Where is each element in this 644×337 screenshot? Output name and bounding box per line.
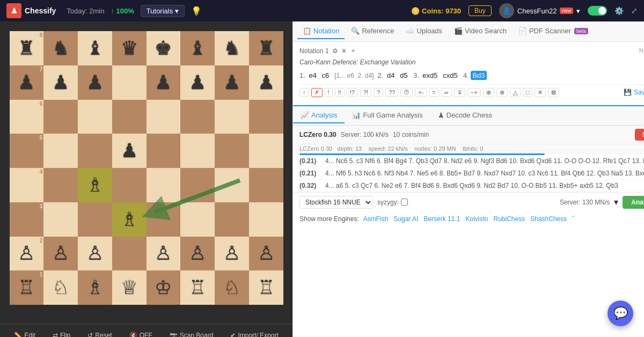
anno-x2[interactable]: ⊗ (496, 88, 508, 97)
cell-b6[interactable] (43, 100, 78, 134)
piece-h7[interactable]: ♟ (258, 73, 275, 92)
anno-cross[interactable]: ✕ (535, 88, 546, 97)
cell-h4[interactable] (249, 168, 283, 202)
anno-up[interactable]: ↑ (299, 88, 309, 97)
cell-h6[interactable] (249, 100, 283, 134)
piece-c7[interactable]: ♟ (86, 73, 104, 92)
cell-b1[interactable]: b♘ (43, 270, 78, 305)
anno-tri[interactable]: △ (510, 88, 521, 97)
cell-c5[interactable] (78, 134, 112, 168)
cell-e1[interactable]: e♔ (147, 270, 181, 305)
piece-e8[interactable]: ♚ (155, 39, 172, 58)
import-export-button[interactable]: ✔ Import/ Export (226, 329, 282, 337)
cell-h8[interactable]: ♜ (249, 31, 283, 65)
piece-f7[interactable]: ♟ (189, 73, 206, 92)
anno-excl[interactable]: ! (325, 88, 333, 97)
anno-sq[interactable]: □ (523, 88, 533, 97)
cell-d5[interactable]: ♟ (112, 134, 147, 168)
cell-h2[interactable]: ♙ (249, 237, 283, 271)
cell-a6[interactable]: 6 (10, 100, 44, 134)
tab-reference[interactable]: 🔍 Reference (346, 24, 399, 39)
cell-f3[interactable] (180, 202, 215, 237)
move4-white[interactable]: Bd3 (471, 71, 486, 80)
settings-icon[interactable]: ⚙ (332, 47, 338, 55)
eval-line-2[interactable]: (0.32)4... a6 5. c3 Qc7 6. Ne2 e6 7. Bf4… (293, 180, 644, 192)
anno-dbl-excl[interactable]: !! (335, 88, 345, 97)
anno-plus-minus[interactable]: +- (415, 88, 427, 97)
move1-black[interactable]: c6 (320, 71, 331, 80)
anno-time[interactable]: ⏱ (400, 88, 413, 97)
anno-x[interactable]: ✗ (311, 88, 323, 97)
sugar-ai-link[interactable]: Sugar AI (393, 215, 418, 223)
piece-g2[interactable]: ♙ (223, 244, 240, 263)
asmfish-link[interactable]: AsmFish (363, 215, 389, 223)
anno-q-excl[interactable]: ?! (360, 88, 371, 97)
add-tab-icon[interactable]: ＋ (350, 46, 356, 55)
atab-analysis[interactable]: 📈 Analysis (293, 108, 345, 123)
cell-g8[interactable]: ♞ (215, 31, 249, 65)
cell-d2[interactable] (112, 237, 147, 271)
piece-c8[interactable]: ♝ (86, 39, 104, 58)
piece-g7[interactable]: ♟ (223, 73, 240, 92)
piece-b7[interactable]: ♟ (52, 73, 69, 92)
cell-f5[interactable] (180, 134, 215, 168)
anno-x3[interactable]: ⊠ (548, 88, 559, 97)
cell-d1[interactable]: d♕ (112, 270, 147, 305)
eval-line-0[interactable]: (0.21)4... Nc6 5. c3 Nf6 6. Bf4 Bg4 7. Q… (293, 155, 644, 167)
piece-b1[interactable]: ♘ (52, 278, 69, 297)
cell-h5[interactable] (249, 134, 283, 168)
rubichess-link[interactable]: RubiChess (494, 215, 525, 223)
discord-button[interactable]: 💬 (608, 301, 633, 326)
cell-c1[interactable]: c♗ (78, 270, 112, 305)
cell-g1[interactable]: g♘ (215, 270, 249, 305)
cell-h7[interactable]: ♟ (249, 65, 283, 100)
cell-g4[interactable] (215, 168, 249, 202)
piece-b2[interactable]: ♙ (52, 244, 69, 263)
piece-h2[interactable]: ♙ (258, 244, 275, 263)
anno-equal[interactable]: = (429, 88, 439, 97)
cell-f1[interactable]: f♖ (180, 270, 215, 305)
tab-notation[interactable]: 📋 Notation (297, 24, 345, 39)
stop-button[interactable]: Stop (635, 129, 644, 141)
cell-d8[interactable]: ♛ (112, 31, 147, 65)
cell-f8[interactable]: ♝ (180, 31, 215, 65)
piece-a8[interactable]: ♜ (18, 39, 35, 58)
cell-g2[interactable]: ♙ (215, 237, 249, 271)
server-dropdown-icon[interactable]: ▾ (614, 197, 618, 207)
cell-e8[interactable]: ♚ (147, 31, 181, 65)
cell-d6[interactable] (112, 100, 147, 134)
cell-h1[interactable]: h♖ (249, 270, 283, 305)
scan-board-button[interactable]: 📷 Scan Board (165, 329, 218, 337)
anno-dbl-q[interactable]: ?? (385, 88, 398, 97)
cell-c3[interactable] (78, 202, 112, 237)
cell-d7[interactable] (112, 65, 147, 100)
cell-a7[interactable]: 7♟ (10, 65, 44, 100)
engine-toggle[interactable] (588, 6, 607, 16)
piece-f1[interactable]: ♖ (189, 278, 206, 297)
chevron-down-icon[interactable]: ▾ (576, 7, 580, 15)
piece-d5[interactable]: ♟ (121, 141, 138, 160)
piece-g8[interactable]: ♞ (223, 39, 240, 58)
cell-b3[interactable] (43, 202, 78, 237)
analyze-button[interactable]: Analyze (623, 196, 644, 209)
anno-excl-q[interactable]: !? (347, 88, 358, 97)
piece-b8[interactable]: ♞ (52, 39, 69, 58)
cell-e2[interactable]: ♙ (147, 237, 181, 271)
close-tab-icon[interactable]: ✕ (341, 47, 347, 55)
piece-c4[interactable]: ♗ (86, 175, 104, 195)
cell-b7[interactable]: ♟ (43, 65, 78, 100)
cell-f4[interactable] (180, 168, 215, 202)
anno-minus-dbl[interactable]: −+ (467, 88, 481, 97)
piece-a1[interactable]: ♖ (18, 278, 35, 297)
cell-a5[interactable]: 5 (10, 134, 44, 168)
gear-icon[interactable]: ⚙️ (614, 6, 624, 15)
piece-e7[interactable]: ♟ (155, 73, 172, 92)
cell-f2[interactable]: ♙ (180, 237, 215, 271)
tab-video-search[interactable]: 🎬 Video Search (449, 24, 512, 39)
tutorials-button[interactable]: Tutorials ▾ (141, 5, 185, 17)
piece-d3[interactable]: ♗ (121, 210, 138, 229)
piece-e2[interactable]: ♙ (155, 244, 172, 263)
move3-black[interactable]: cxd5 (441, 71, 459, 80)
shashshess-link[interactable]: ShashChess (530, 215, 567, 223)
cell-f7[interactable]: ♟ (180, 65, 215, 100)
